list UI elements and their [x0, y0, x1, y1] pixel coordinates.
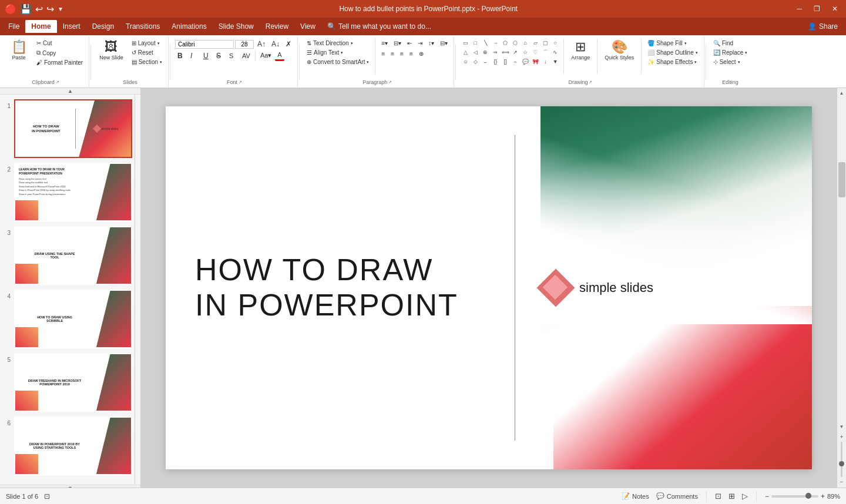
menu-insert[interactable]: Insert: [57, 20, 86, 33]
share-button[interactable]: 👤 Share: [802, 20, 844, 33]
zoom-in-vertical[interactable]: +: [840, 434, 844, 440]
slide-preview-2[interactable]: LEARN HOW TO DRAW IN YOURPOWERPOINT PRES…: [14, 163, 132, 221]
menu-file[interactable]: File: [2, 20, 25, 33]
slide-thumb-5[interactable]: 5 DRAW FREEHAND IN MICROSOFTPOWERPOINT 2…: [2, 353, 132, 412]
text-direction-button[interactable]: ⇅ Text Direction ▾: [304, 39, 355, 48]
slide-thumb-4[interactable]: 4 HOW TO DRAW USINGSCRIBBLE: [2, 290, 132, 348]
menu-view[interactable]: View: [294, 20, 321, 33]
shape-arrow[interactable]: →: [491, 39, 500, 47]
notes-button[interactable]: 📝 Notes: [622, 492, 649, 500]
format-painter-button[interactable]: 🖌 Format Painter: [34, 58, 85, 67]
font-name-input[interactable]: [175, 40, 234, 49]
line-spacing-button[interactable]: ↕▾: [426, 39, 437, 48]
shape-brace[interactable]: {}: [491, 58, 500, 66]
shape-ribbon[interactable]: 🎀: [531, 58, 540, 66]
shape-ellipse[interactable]: ○: [550, 39, 560, 47]
font-expand-icon[interactable]: ↗: [239, 80, 242, 85]
view-sorter-btn[interactable]: ⊞: [728, 492, 735, 500]
shape-pentagon[interactable]: ⬠: [501, 39, 510, 47]
shape-freeform[interactable]: ∿: [550, 48, 560, 56]
zoom-out-vertical[interactable]: −: [840, 479, 844, 485]
font-size-input[interactable]: [235, 40, 254, 49]
comments-button[interactable]: 💬 Comments: [656, 492, 698, 500]
bullets-button[interactable]: ≡▾: [379, 39, 390, 48]
main-slide-canvas[interactable]: HOW TO DRAW IN POWERPOINT simple slides: [166, 106, 812, 469]
menu-home[interactable]: Home: [25, 20, 56, 33]
menu-review[interactable]: Review: [260, 20, 294, 33]
slide-thumb-1[interactable]: 1 HOW TO DRAWIN POWERPOINT simple slides: [2, 99, 132, 158]
view-reading-btn[interactable]: ▷: [742, 492, 748, 500]
convert-smartart-button[interactable]: ⊕ Convert to SmartArt ▾: [304, 58, 371, 66]
slide-preview-6[interactable]: DRAW IN POWERPOINT 2016 BYUSING START/KI…: [14, 416, 132, 475]
bold-button[interactable]: B: [175, 51, 187, 61]
shadow-button[interactable]: S: [227, 51, 239, 61]
shape-hex[interactable]: ⬡: [511, 39, 520, 47]
undo-icon[interactable]: ↩: [35, 4, 43, 15]
shape-arrow4[interactable]: ↗: [511, 48, 520, 56]
zoom-out-btn[interactable]: −: [765, 492, 769, 500]
align-right-button[interactable]: ≡: [398, 49, 406, 58]
select-button[interactable]: ⊹ Select ▾: [711, 58, 750, 66]
char-spacing-button[interactable]: AV: [240, 51, 253, 61]
align-text-button[interactable]: ☰ Align Text ▾: [304, 48, 345, 57]
align-left-button[interactable]: ≡: [379, 49, 387, 58]
reset-button[interactable]: ↺ Reset: [129, 48, 164, 57]
zoom-thumb-vertical[interactable]: [839, 461, 844, 466]
shape-effects-button[interactable]: ✨ Shape Effects ▾: [645, 58, 700, 66]
add-col-button[interactable]: ⊕: [417, 49, 426, 58]
fit-slide-icon[interactable]: ⊡: [44, 492, 50, 500]
slide-preview-4[interactable]: HOW TO DRAW USINGSCRIBBLE: [14, 290, 132, 348]
menu-slideshow[interactable]: Slide Show: [213, 20, 260, 33]
shape-round[interactable]: ▢: [540, 39, 550, 47]
shape-diamond[interactable]: ◇: [471, 58, 480, 66]
menu-transitions[interactable]: Transitions: [120, 20, 166, 33]
save-icon[interactable]: 💾: [20, 4, 32, 15]
shape-arrow3[interactable]: ⟺: [501, 48, 510, 56]
new-slide-button[interactable]: 🖼 New Slide: [96, 39, 127, 62]
clear-format-button[interactable]: ✗: [283, 39, 294, 49]
shape-line[interactable]: ╲: [481, 39, 490, 47]
change-case-button[interactable]: Aa▾: [258, 51, 274, 61]
slide-thumb-3[interactable]: 3 DRAW USING THE SHAPETOOL: [2, 226, 132, 285]
shape-tri[interactable]: △: [461, 48, 470, 56]
section-button[interactable]: ▤ Section ▾: [129, 58, 164, 66]
menu-animations[interactable]: Animations: [166, 20, 212, 33]
copy-button[interactable]: ⧉ Copy: [34, 48, 85, 58]
minimize-btn[interactable]: ─: [793, 4, 805, 14]
shape-curved[interactable]: ⌒: [540, 48, 550, 56]
numbering-button[interactable]: ⊟▾: [391, 39, 404, 48]
drawing-expand-icon[interactable]: ↗: [589, 80, 592, 85]
shape-heart[interactable]: ♡: [531, 48, 540, 56]
arrange-button[interactable]: ⊞ Arrange: [568, 39, 593, 62]
slides-scroll-up[interactable]: ▲: [0, 88, 140, 95]
zoom-slider[interactable]: [771, 495, 818, 498]
underline-button[interactable]: U: [201, 51, 213, 61]
zoom-in-btn[interactable]: +: [821, 492, 825, 500]
shape-para[interactable]: ▱: [531, 39, 540, 47]
justify-button[interactable]: ≡: [407, 49, 415, 58]
shape-trap[interactable]: ⌂: [521, 39, 530, 47]
quick-styles-button[interactable]: 🎨 Quick Styles: [601, 39, 637, 62]
paste-button[interactable]: 📋 Paste: [6, 39, 32, 62]
shape-rtri[interactable]: ◁: [471, 48, 480, 56]
shape-bracket[interactable]: []: [501, 58, 510, 66]
close-btn[interactable]: ✕: [828, 4, 841, 14]
shape-fill-button[interactable]: 🪣 Shape Fill ▾: [645, 39, 700, 48]
scroll-thumb[interactable]: [838, 162, 845, 197]
shape-down[interactable]: ↓: [540, 58, 550, 66]
slide-preview-1[interactable]: HOW TO DRAWIN POWERPOINT simple slides: [14, 99, 132, 158]
shape-arrow2[interactable]: ⇒: [491, 48, 500, 56]
slide-thumb-2[interactable]: 2 LEARN HOW TO DRAW IN YOURPOWERPOINT PR…: [2, 163, 132, 221]
align-center-button[interactable]: ≡: [388, 49, 397, 58]
scroll-down-btn[interactable]: ▼: [837, 422, 847, 431]
slide-preview-5[interactable]: DRAW FREEHAND IN MICROSOFTPOWERPOINT 201…: [14, 353, 132, 412]
cut-button[interactable]: ✂ Cut: [34, 39, 85, 48]
clipboard-expand-icon[interactable]: ↗: [56, 80, 59, 85]
customize-qat-icon[interactable]: ▼: [58, 6, 63, 12]
zoom-percent[interactable]: 89%: [827, 493, 840, 500]
shape-more[interactable]: ▼: [550, 58, 560, 66]
strikethrough-button[interactable]: S: [214, 51, 226, 61]
decrease-font-button[interactable]: A↓: [269, 39, 282, 49]
shape-rect[interactable]: ▭: [461, 39, 470, 47]
menu-search[interactable]: 🔍Tell me what you want to do...: [321, 20, 437, 33]
